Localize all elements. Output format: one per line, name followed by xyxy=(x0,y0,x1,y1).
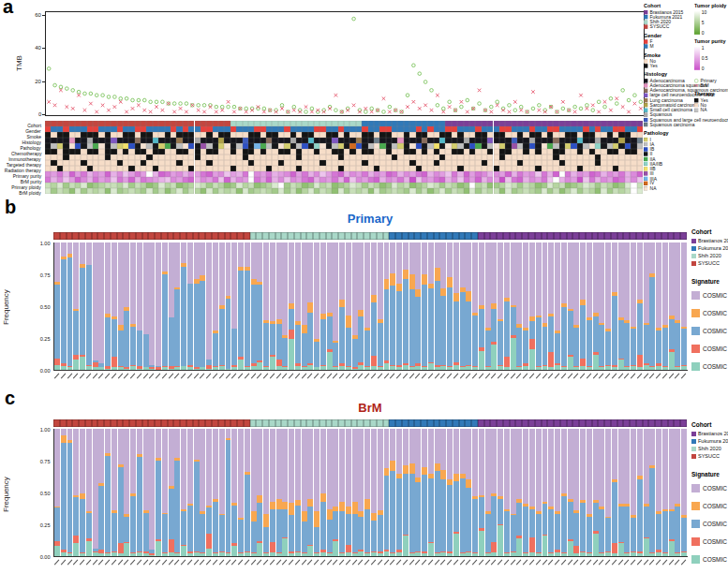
stacked-bar xyxy=(73,429,79,556)
cohort-strip-cell xyxy=(180,232,186,240)
bar-segment xyxy=(238,242,244,267)
bar-segment xyxy=(555,242,560,331)
bar-segment xyxy=(669,429,675,509)
bar-segment xyxy=(371,242,377,295)
primary-tmb-point xyxy=(89,92,93,96)
bar-segment xyxy=(529,349,535,370)
cohort-strip-cell xyxy=(85,232,92,240)
bar-segment xyxy=(649,429,655,465)
bar-segment xyxy=(555,429,560,511)
legend-swatch xyxy=(691,261,696,266)
legend-signature-label: COSMIC 13 xyxy=(703,556,728,563)
cohort-strip-cell xyxy=(383,419,390,427)
x-tick-label-mark xyxy=(371,560,376,566)
cohort-strip-cell xyxy=(338,232,345,240)
bar-segment xyxy=(73,543,79,556)
x-tick-label-mark xyxy=(263,374,268,379)
y-tick-label: 0.00 xyxy=(40,368,51,374)
legend-swatch xyxy=(691,484,700,492)
legend-panel-b: CohortBrastianos 2015Fukumura 2021Shih 2… xyxy=(691,228,728,375)
bar-segment xyxy=(314,511,319,526)
x-tick-label-mark xyxy=(358,374,363,379)
primary-tmb-point xyxy=(142,98,146,102)
cohort-strip-cell xyxy=(225,232,231,240)
x-tick-label-mark xyxy=(364,374,369,379)
bar-segment xyxy=(587,553,592,556)
brm-tmb-point xyxy=(388,110,392,114)
bar-segment xyxy=(631,366,636,370)
bar-segment xyxy=(181,242,186,263)
bar-segment xyxy=(105,456,111,552)
bar-segment xyxy=(302,367,307,370)
bar-segment xyxy=(162,429,168,513)
brm-tmb-point xyxy=(227,100,230,104)
cohort-strip-cell xyxy=(421,419,427,427)
x-tick-label-mark xyxy=(580,374,585,379)
stacked-bar xyxy=(352,429,358,556)
heatmap-row xyxy=(45,154,643,160)
stacked-bar xyxy=(428,242,434,370)
cohort-strip-cell xyxy=(199,419,205,427)
bar-segment xyxy=(440,429,446,470)
cohort-strip-cell xyxy=(490,232,497,240)
brm-tmb-point xyxy=(496,104,499,108)
bar-segment xyxy=(67,242,73,254)
bar-segment xyxy=(213,242,218,331)
bar-segment xyxy=(333,511,338,539)
x-tick-label-mark xyxy=(453,374,458,379)
cohort-strip-cell xyxy=(193,419,200,427)
bar-segment xyxy=(54,359,60,365)
primary-tmb-point xyxy=(119,96,123,100)
bar-segment xyxy=(226,299,231,369)
bar-segment xyxy=(231,242,237,329)
bar-segment xyxy=(105,429,111,453)
brm-tmb-point xyxy=(352,104,356,108)
bar-segment xyxy=(149,555,155,556)
bar-segment xyxy=(580,359,586,366)
primary-tmb-point xyxy=(172,102,176,106)
bar-segment xyxy=(187,429,193,504)
bar-segment xyxy=(200,553,205,556)
clinical-heatmap xyxy=(45,121,643,196)
bar-segment xyxy=(67,257,73,366)
brm-tmb-point xyxy=(460,100,464,104)
stacked-bar xyxy=(364,242,370,370)
bar-segment xyxy=(282,338,288,366)
bar-segment xyxy=(516,328,522,366)
stacked-bar xyxy=(605,429,611,556)
bar-segment xyxy=(435,463,440,471)
cohort-strip-cell xyxy=(250,232,257,240)
bar-segment xyxy=(219,552,225,556)
legend-cohort-label: SYSUCC xyxy=(698,453,720,459)
cohort-strip-cell xyxy=(567,232,573,240)
stacked-bar xyxy=(396,242,402,370)
stacked-bar xyxy=(453,429,459,556)
stacked-bar xyxy=(118,429,124,556)
bar-segment xyxy=(453,429,459,474)
bar-segment xyxy=(561,367,567,370)
bar-segment xyxy=(447,287,453,366)
bar-segment xyxy=(156,367,161,370)
legend-swatch xyxy=(644,59,647,63)
cohort-strip-cell xyxy=(446,232,453,240)
x-tick-label-mark xyxy=(124,560,128,566)
stacked-bar xyxy=(339,429,345,556)
bar-segment xyxy=(529,552,535,556)
legend-signature-label: COSMIC 2 xyxy=(703,503,728,509)
cohort-strip-cell xyxy=(617,419,624,427)
brm-tmb-point xyxy=(292,109,296,112)
bar-segment xyxy=(662,511,668,552)
bar-segment xyxy=(587,517,592,552)
bar-segment xyxy=(320,319,326,365)
bar-segment xyxy=(466,552,471,556)
legend-signature-label: COSMIC 13 xyxy=(703,363,728,370)
bar-segment xyxy=(169,429,174,486)
bar-segment xyxy=(86,513,92,538)
x-tick-label-mark xyxy=(434,560,438,566)
x-tick-label-mark xyxy=(54,374,59,379)
bar-segment xyxy=(289,503,294,516)
x-tick-label-mark xyxy=(219,374,224,379)
heatmap-cell xyxy=(637,177,643,183)
bar-segment xyxy=(364,242,370,328)
brm-tmb-point xyxy=(406,105,409,109)
